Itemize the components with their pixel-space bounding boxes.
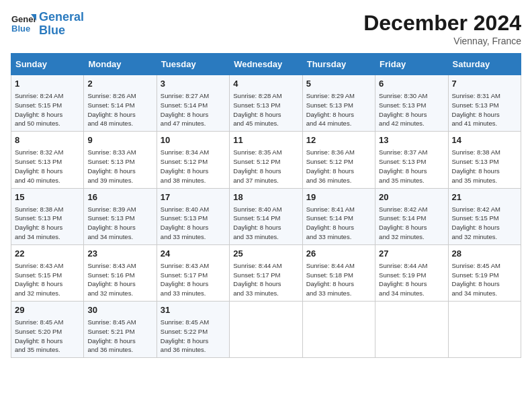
day-number: 14 — [452, 134, 517, 146]
location-title: Viennay, France — [363, 36, 521, 46]
day-number: 9 — [87, 134, 152, 146]
day-cell: 5Sunrise: 8:29 AM Sunset: 5:13 PM Daylig… — [302, 75, 375, 132]
day-number: 7 — [452, 78, 517, 90]
day-cell: 6Sunrise: 8:30 AM Sunset: 5:13 PM Daylig… — [375, 75, 448, 132]
day-info: Sunrise: 8:42 AM Sunset: 5:14 PM Dayligh… — [379, 205, 444, 242]
day-number: 10 — [161, 134, 226, 146]
day-info: Sunrise: 8:32 AM Sunset: 5:13 PM Dayligh… — [15, 148, 80, 185]
week-row: 29Sunrise: 8:45 AM Sunset: 5:20 PM Dayli… — [11, 302, 521, 358]
col-header-sunday: Sunday — [11, 54, 84, 75]
day-number: 28 — [452, 248, 517, 260]
day-info: Sunrise: 8:41 AM Sunset: 5:14 PM Dayligh… — [306, 205, 371, 242]
day-info: Sunrise: 8:37 AM Sunset: 5:13 PM Dayligh… — [379, 148, 444, 185]
day-cell: 15Sunrise: 8:38 AM Sunset: 5:13 PM Dayli… — [11, 188, 84, 244]
day-cell: 28Sunrise: 8:45 AM Sunset: 5:19 PM Dayli… — [448, 244, 521, 301]
day-cell: 17Sunrise: 8:40 AM Sunset: 5:13 PM Dayli… — [157, 188, 229, 244]
day-cell: 12Sunrise: 8:36 AM Sunset: 5:12 PM Dayli… — [302, 132, 375, 188]
week-row: 8Sunrise: 8:32 AM Sunset: 5:13 PM Daylig… — [11, 132, 521, 188]
day-number: 29 — [15, 304, 80, 316]
day-info: Sunrise: 8:45 AM Sunset: 5:21 PM Dayligh… — [87, 318, 152, 355]
day-number: 6 — [379, 78, 444, 90]
day-number: 26 — [306, 248, 371, 260]
day-cell: 20Sunrise: 8:42 AM Sunset: 5:14 PM Dayli… — [375, 188, 448, 244]
day-cell: 16Sunrise: 8:39 AM Sunset: 5:13 PM Dayli… — [84, 188, 157, 244]
header: General Blue General Blue December 2024 … — [11, 11, 521, 46]
day-cell: 31Sunrise: 8:45 AM Sunset: 5:22 PM Dayli… — [157, 302, 229, 358]
month-title: December 2024 — [363, 11, 521, 36]
day-number: 30 — [87, 304, 152, 316]
day-cell: 10Sunrise: 8:34 AM Sunset: 5:12 PM Dayli… — [157, 132, 229, 188]
day-info: Sunrise: 8:29 AM Sunset: 5:13 PM Dayligh… — [306, 91, 371, 128]
svg-text:Blue: Blue — [11, 24, 30, 34]
day-number: 25 — [233, 248, 298, 260]
day-cell: 19Sunrise: 8:41 AM Sunset: 5:14 PM Dayli… — [302, 188, 375, 244]
col-header-wednesday: Wednesday — [230, 54, 302, 75]
day-number: 1 — [15, 78, 80, 90]
day-cell: 26Sunrise: 8:44 AM Sunset: 5:18 PM Dayli… — [302, 244, 375, 301]
day-cell: 9Sunrise: 8:33 AM Sunset: 5:13 PM Daylig… — [84, 132, 157, 188]
day-info: Sunrise: 8:26 AM Sunset: 5:14 PM Dayligh… — [87, 91, 152, 128]
day-number: 23 — [87, 248, 152, 260]
day-number: 22 — [15, 248, 80, 260]
day-cell — [230, 302, 302, 358]
day-number: 18 — [233, 191, 298, 203]
day-info: Sunrise: 8:31 AM Sunset: 5:13 PM Dayligh… — [452, 91, 517, 128]
col-header-saturday: Saturday — [448, 54, 521, 75]
logo-text: General Blue — [39, 11, 84, 38]
day-number: 21 — [452, 191, 517, 203]
week-row: 1Sunrise: 8:24 AM Sunset: 5:15 PM Daylig… — [11, 75, 521, 132]
day-cell: 29Sunrise: 8:45 AM Sunset: 5:20 PM Dayli… — [11, 302, 84, 358]
day-cell: 7Sunrise: 8:31 AM Sunset: 5:13 PM Daylig… — [448, 75, 521, 132]
day-info: Sunrise: 8:38 AM Sunset: 5:13 PM Dayligh… — [15, 205, 80, 242]
day-info: Sunrise: 8:43 AM Sunset: 5:16 PM Dayligh… — [87, 261, 152, 298]
day-number: 5 — [306, 78, 371, 90]
day-number: 17 — [161, 191, 226, 203]
day-cell — [448, 302, 521, 358]
day-info: Sunrise: 8:40 AM Sunset: 5:14 PM Dayligh… — [233, 205, 298, 242]
day-number: 3 — [161, 78, 226, 90]
week-row: 15Sunrise: 8:38 AM Sunset: 5:13 PM Dayli… — [11, 188, 521, 244]
day-info: Sunrise: 8:38 AM Sunset: 5:13 PM Dayligh… — [452, 148, 517, 185]
col-header-thursday: Thursday — [302, 54, 375, 75]
day-info: Sunrise: 8:42 AM Sunset: 5:15 PM Dayligh… — [452, 205, 517, 242]
day-cell: 24Sunrise: 8:43 AM Sunset: 5:17 PM Dayli… — [157, 244, 229, 301]
day-cell: 22Sunrise: 8:43 AM Sunset: 5:15 PM Dayli… — [11, 244, 84, 301]
day-cell: 25Sunrise: 8:44 AM Sunset: 5:17 PM Dayli… — [230, 244, 302, 301]
logo-icon: General Blue — [11, 11, 36, 37]
col-header-tuesday: Tuesday — [157, 54, 229, 75]
day-number: 19 — [306, 191, 371, 203]
day-cell: 23Sunrise: 8:43 AM Sunset: 5:16 PM Dayli… — [84, 244, 157, 301]
column-headers: SundayMondayTuesdayWednesdayThursdayFrid… — [11, 54, 521, 75]
day-info: Sunrise: 8:45 AM Sunset: 5:22 PM Dayligh… — [161, 318, 226, 355]
day-cell: 14Sunrise: 8:38 AM Sunset: 5:13 PM Dayli… — [448, 132, 521, 188]
day-info: Sunrise: 8:34 AM Sunset: 5:12 PM Dayligh… — [161, 148, 226, 185]
day-cell: 3Sunrise: 8:27 AM Sunset: 5:14 PM Daylig… — [157, 75, 229, 132]
day-number: 24 — [161, 248, 226, 260]
day-info: Sunrise: 8:39 AM Sunset: 5:13 PM Dayligh… — [87, 205, 152, 242]
day-number: 16 — [87, 191, 152, 203]
day-number: 11 — [233, 134, 298, 146]
day-number: 2 — [87, 78, 152, 90]
day-info: Sunrise: 8:33 AM Sunset: 5:13 PM Dayligh… — [87, 148, 152, 185]
week-row: 22Sunrise: 8:43 AM Sunset: 5:15 PM Dayli… — [11, 244, 521, 301]
day-info: Sunrise: 8:45 AM Sunset: 5:20 PM Dayligh… — [15, 318, 80, 355]
logo: General Blue General Blue — [11, 11, 84, 38]
title-area: December 2024 Viennay, France — [363, 11, 521, 46]
day-info: Sunrise: 8:24 AM Sunset: 5:15 PM Dayligh… — [15, 91, 80, 128]
calendar-table: SundayMondayTuesdayWednesdayThursdayFrid… — [11, 53, 521, 358]
day-info: Sunrise: 8:30 AM Sunset: 5:13 PM Dayligh… — [379, 91, 444, 128]
day-cell: 13Sunrise: 8:37 AM Sunset: 5:13 PM Dayli… — [375, 132, 448, 188]
day-cell: 8Sunrise: 8:32 AM Sunset: 5:13 PM Daylig… — [11, 132, 84, 188]
day-info: Sunrise: 8:40 AM Sunset: 5:13 PM Dayligh… — [161, 205, 226, 242]
day-info: Sunrise: 8:28 AM Sunset: 5:13 PM Dayligh… — [233, 91, 298, 128]
day-cell: 11Sunrise: 8:35 AM Sunset: 5:12 PM Dayli… — [230, 132, 302, 188]
day-info: Sunrise: 8:45 AM Sunset: 5:19 PM Dayligh… — [452, 261, 517, 298]
day-info: Sunrise: 8:44 AM Sunset: 5:17 PM Dayligh… — [233, 261, 298, 298]
day-cell — [375, 302, 448, 358]
day-cell: 27Sunrise: 8:44 AM Sunset: 5:19 PM Dayli… — [375, 244, 448, 301]
day-cell — [302, 302, 375, 358]
col-header-friday: Friday — [375, 54, 448, 75]
day-info: Sunrise: 8:44 AM Sunset: 5:19 PM Dayligh… — [379, 261, 444, 298]
logo-line1: General — [39, 10, 84, 24]
day-cell: 21Sunrise: 8:42 AM Sunset: 5:15 PM Dayli… — [448, 188, 521, 244]
